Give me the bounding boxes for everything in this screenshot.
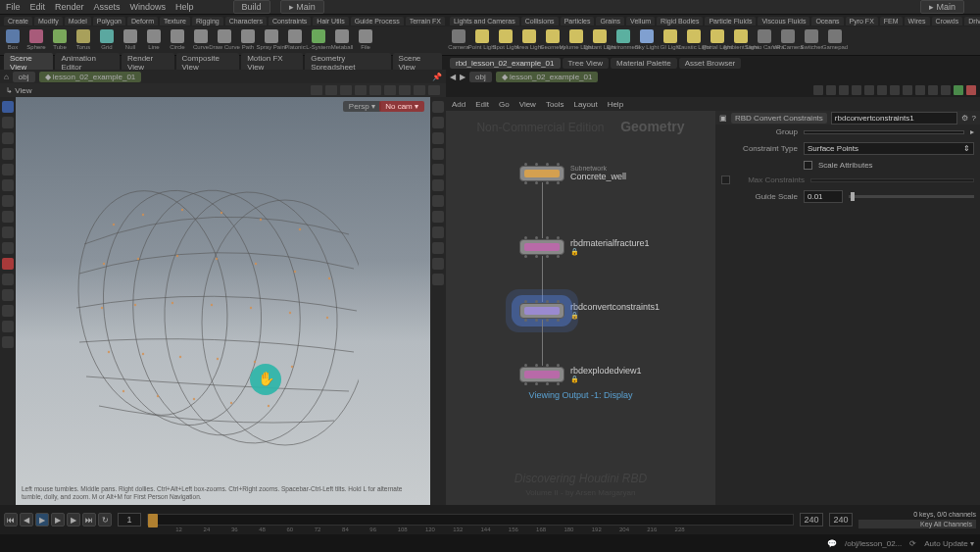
path-node-r[interactable]: ◆ lesson_02_example_01 [496,72,599,82]
play-back-icon[interactable]: ▶ [35,513,49,527]
node-name-field[interactable] [831,112,957,125]
shelf-tool[interactable]: Box [4,29,22,53]
net-icon[interactable] [928,85,938,95]
menu-windows[interactable]: Windows [130,2,167,12]
vp-icon[interactable] [414,85,425,95]
shelf-tool[interactable]: Circle [169,29,186,53]
net-menu-item[interactable]: Add [452,100,466,109]
net-menu-item[interactable]: View [519,100,536,109]
shelf-tool[interactable]: Gamepad [826,29,844,53]
next-frame-icon[interactable]: ▶ [67,513,80,527]
disp-icon[interactable] [432,195,444,207]
shelf-tab[interactable]: Guide Process [351,17,404,25]
persp-dropdown[interactable]: Persp ▾ [343,101,381,112]
shelf-tool[interactable]: Caustic Light [685,29,703,53]
net-menu-item[interactable]: Help [608,100,623,109]
net-menu-item[interactable]: Tools [546,100,564,109]
frame-end[interactable]: 240 [829,513,853,527]
disp-icon[interactable] [432,211,444,223]
menu-help[interactable]: Help [175,2,194,12]
viewport-3d[interactable]: Persp ▾ No cam ▾ [16,97,430,505]
disp-icon[interactable] [432,242,444,254]
menu-edit[interactable]: Edit [30,2,46,12]
shelf-tool[interactable]: Line [145,29,163,53]
shelf-tab[interactable]: Create [4,17,32,25]
tool-icon[interactable] [2,289,14,301]
shelf-tab[interactable]: Polygon [93,17,125,25]
status-chat-icon[interactable]: 💬 [827,539,837,548]
path-obj-r[interactable]: obj [469,72,492,82]
shelf-tool[interactable]: Stereo Camera [756,29,773,53]
shelf-tab[interactable]: Modify [34,17,63,25]
disp-icon[interactable] [432,274,444,285]
shelf-tab[interactable]: Deform [127,17,158,25]
shelf-tab[interactable]: Vellum [626,17,655,25]
vp-icon[interactable] [311,85,322,95]
shelf-tool[interactable]: Curve [192,29,210,53]
last-frame-icon[interactable]: ⏭ [82,513,96,527]
net-icon[interactable] [954,85,963,95]
node-type-icon[interactable]: ▣ [719,114,727,123]
shelf-tool[interactable]: Tube [51,29,69,53]
shelf-tool[interactable]: Grid [98,29,116,53]
nav-back-icon[interactable]: ◀ [450,73,456,81]
shelf-tab[interactable]: Particle Fluids [705,17,756,25]
menu-render[interactable]: Render [55,2,84,12]
vp-icon[interactable] [355,85,367,95]
tool-icon[interactable] [2,274,14,285]
timeline-slider[interactable]: 1224364860728496108120132144156168180192… [147,514,794,526]
disp-icon[interactable] [432,148,444,160]
pane-tab[interactable]: rbd_lesson_02_example_01 [450,58,561,69]
max-checkbox[interactable] [721,176,730,184]
auto-update-dropdown[interactable]: Auto Update ▾ [924,539,974,548]
shelf-tool[interactable]: Sky Light [638,29,656,53]
shelf-tab[interactable]: Oceans [811,17,843,25]
group-menu-icon[interactable]: ▸ [970,127,974,136]
shelf-tool[interactable]: Switcher [803,29,820,53]
shelf-tool[interactable]: Point Light [473,29,491,53]
net-icon[interactable] [839,85,849,95]
shelf-tool[interactable]: Null [122,29,139,53]
shelf-tab[interactable]: Pyro FX [846,17,878,25]
disp-icon[interactable] [432,179,444,191]
net-icon[interactable] [877,85,887,95]
pane-tab[interactable]: Tree View [563,58,610,69]
net-icon[interactable] [966,85,976,95]
tool-icon[interactable] [2,211,14,223]
net-icon[interactable] [826,85,836,95]
nav-fwd-icon[interactable]: ▶ [460,73,466,81]
shelf-tab[interactable]: Terrain FX [406,17,445,25]
disp-icon[interactable] [432,101,444,113]
path-node[interactable]: ◆ lesson_02_example_01 [39,72,142,82]
max-field[interactable] [810,178,974,182]
tool-icon[interactable] [2,305,14,317]
tool-icon[interactable] [2,132,14,144]
shelf-tool[interactable]: Environment [614,29,632,53]
shelf-tab[interactable]: Rigging [192,17,223,25]
pin-icon[interactable]: 📌 [432,73,442,81]
status-refresh-icon[interactable]: ⟳ [909,539,916,548]
shelf-tab[interactable]: Particles [561,17,595,25]
shelf-tool[interactable]: Camera [450,29,467,53]
gear-icon[interactable]: ⚙ [961,114,968,123]
net-icon[interactable] [941,85,951,95]
path-up-icon[interactable]: ⌂ [4,73,9,81]
disp-icon[interactable] [432,132,444,144]
shelf-tab[interactable]: Lights and Cameras [450,17,519,25]
shelf-tool[interactable]: VR Camera [779,29,797,53]
shelf-tab[interactable]: Wires [905,17,930,25]
shelf-tab[interactable]: Collisions [521,17,559,25]
tool-icon[interactable] [2,195,14,207]
pane-tab[interactable]: Asset Browser [679,58,742,69]
keyall-button[interactable]: Key All Channels [858,520,976,528]
vp-icon[interactable] [384,85,396,95]
group-field[interactable] [804,130,964,134]
network-node[interactable]: rbdexplodedview1🔒 [519,366,642,383]
tool-icon[interactable] [2,258,14,270]
shelf-tool[interactable]: Draw Curve [216,29,233,53]
pane-tab[interactable]: Material Palette [611,58,677,69]
select-tool-icon[interactable] [2,101,14,113]
scale-checkbox[interactable] [804,161,812,170]
shelf-tool[interactable]: Area Light [520,29,538,53]
path-obj[interactable]: obj [13,72,35,82]
